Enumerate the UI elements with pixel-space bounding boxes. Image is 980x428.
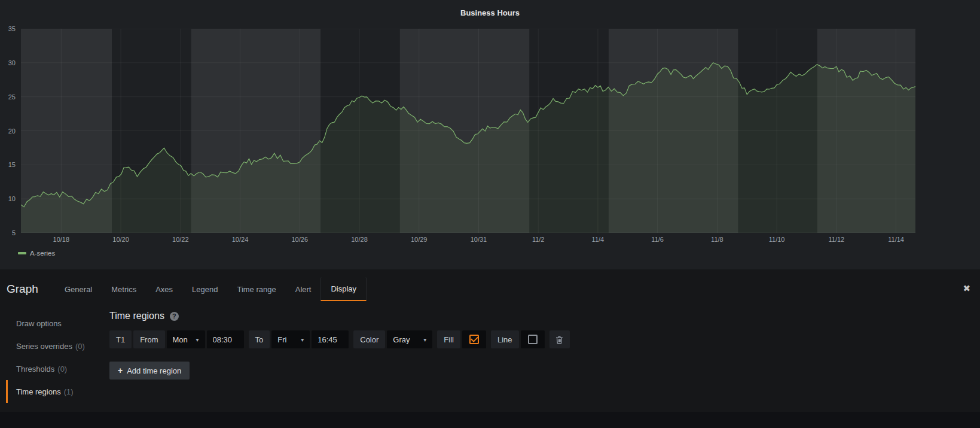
tab-legend[interactable]: Legend [182, 277, 227, 301]
sidebar-item-series-overrides[interactable]: Series overrides (0) [6, 335, 103, 357]
sidebar-item-draw-options[interactable]: Draw options [6, 312, 103, 335]
sidebar-item-count: (0) [57, 365, 67, 374]
line-checkbox[interactable] [521, 330, 545, 348]
fill-checkbox[interactable] [462, 330, 486, 348]
close-icon[interactable]: ✖ [963, 284, 970, 293]
color-label: Color [353, 330, 385, 348]
region-id-label: T1 [109, 330, 132, 348]
tab-alert[interactable]: Alert [286, 277, 321, 301]
x-axis-tick-label: 10/28 [351, 236, 368, 243]
sidebar-item-count: (0) [75, 342, 85, 351]
y-axis-tick-label: 35 [8, 25, 16, 32]
x-axis-tick-label: 11/14 [888, 236, 904, 243]
trash-icon [555, 335, 563, 344]
line-label: Line [491, 330, 519, 348]
tab-display[interactable]: Display [320, 277, 367, 301]
chart-plot-area[interactable] [21, 29, 915, 233]
legend-color-icon [18, 252, 26, 254]
y-axis-tick-label: 20 [8, 128, 16, 135]
editor-panel-title: Graph [7, 283, 38, 296]
x-axis-tick-label: 10/22 [172, 236, 189, 243]
panel-title: Business Hours [0, 8, 980, 17]
tab-metrics[interactable]: Metrics [102, 277, 146, 301]
tab-time-range[interactable]: Time range [227, 277, 285, 301]
sidebar-item-label: Draw options [16, 319, 62, 328]
x-axis-tick-label: 11/6 [651, 236, 664, 243]
x-axis-tick-label: 10/20 [112, 236, 129, 243]
add-time-region-label: Add time region [127, 366, 181, 375]
sidebar-item-label: Series overrides [16, 342, 72, 351]
graph-panel: Business Hours 5101520253035 10/1810/201… [0, 0, 980, 269]
to-time-input[interactable] [312, 330, 349, 348]
section-title-text: Time regions [109, 311, 164, 321]
delete-region-button[interactable] [549, 330, 570, 348]
x-axis-tick-label: 11/8 [711, 236, 723, 243]
editor-content: Time regions ? T1 From Mon ▾ To Fri ▾ [109, 311, 968, 380]
panel-editor: Graph General Metrics Axes Legend Time r… [0, 272, 980, 411]
legend-series-label: A-series [30, 250, 55, 257]
sidebar-item-count: (1) [64, 387, 74, 396]
page-bottom-strip [0, 412, 980, 428]
time-region-row: T1 From Mon ▾ To Fri ▾ Color Gray [109, 330, 968, 348]
editor-header: Graph General Metrics Axes Legend Time r… [0, 277, 980, 301]
y-axis-labels: 5101520253035 [0, 29, 17, 233]
section-title: Time regions ? [109, 311, 968, 321]
sidebar-item-label: Time regions [16, 387, 61, 396]
chevron-down-icon: ▾ [423, 336, 426, 343]
color-value: Gray [393, 335, 410, 344]
fill-label: Fill [437, 330, 460, 348]
y-axis-tick-label: 15 [8, 161, 16, 168]
y-axis-tick-label: 5 [12, 229, 16, 236]
x-axis-tick-label: 10/26 [291, 236, 308, 243]
to-day-select[interactable]: Fri ▾ [271, 330, 310, 348]
tab-general[interactable]: General [55, 277, 102, 301]
color-select[interactable]: Gray ▾ [387, 330, 432, 348]
tab-axes[interactable]: Axes [146, 277, 182, 301]
x-axis-tick-label: 11/2 [532, 236, 545, 243]
x-axis-tick-label: 11/4 [592, 236, 605, 243]
sidebar-item-time-regions[interactable]: Time regions (1) [6, 380, 103, 403]
editor-sidebar: Draw options Series overrides (0) Thresh… [0, 312, 103, 403]
to-label: To [249, 330, 270, 348]
checkbox-icon [469, 335, 479, 344]
to-day-value: Fri [277, 335, 286, 344]
timeseries-chart[interactable] [21, 29, 915, 233]
x-axis-tick-label: 10/31 [471, 236, 487, 243]
plus-icon: + [118, 366, 123, 375]
checkbox-icon [528, 335, 538, 344]
y-axis-tick-label: 25 [8, 93, 16, 101]
sidebar-item-label: Thresholds [16, 365, 54, 374]
from-day-value: Mon [173, 335, 188, 344]
legend-series-a[interactable]: A-series [18, 250, 55, 257]
chevron-down-icon: ▾ [196, 336, 199, 343]
chevron-down-icon: ▾ [301, 336, 304, 343]
from-day-select[interactable]: Mon ▾ [167, 330, 205, 348]
x-axis-tick-label: 11/10 [769, 236, 785, 243]
x-axis-tick-label: 10/24 [232, 236, 249, 243]
x-axis-tick-label: 10/29 [411, 236, 428, 243]
editor-tabs: General Metrics Axes Legend Time range A… [55, 277, 367, 301]
from-label: From [133, 330, 164, 348]
y-axis-tick-label: 30 [8, 59, 16, 66]
add-time-region-button[interactable]: + Add time region [109, 362, 190, 380]
y-axis-tick-label: 10 [8, 195, 16, 202]
x-axis-tick-label: 11/12 [828, 236, 844, 243]
x-axis-tick-label: 10/18 [53, 236, 70, 243]
sidebar-item-thresholds[interactable]: Thresholds (0) [6, 357, 103, 380]
help-icon[interactable]: ? [170, 312, 179, 321]
from-time-input[interactable] [207, 330, 244, 348]
x-axis-labels: 10/1810/2010/2210/2410/2610/2810/2910/31… [21, 236, 915, 245]
